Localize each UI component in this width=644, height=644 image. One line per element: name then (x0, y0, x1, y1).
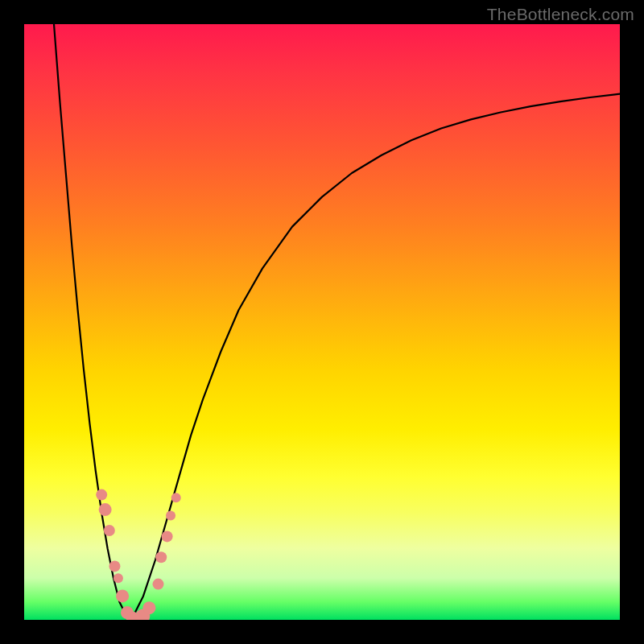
marker-dot (153, 579, 164, 590)
marker-dot (104, 525, 115, 536)
marker-dot (96, 489, 107, 501)
marker-dot (99, 503, 112, 516)
marker-dot (114, 573, 123, 583)
series-left-curve (54, 24, 131, 620)
series-right-curve (131, 94, 620, 620)
plot-area (24, 24, 620, 620)
chart-svg (24, 24, 620, 620)
marker-dot (116, 589, 129, 602)
marker-dot (142, 601, 155, 614)
marker-dot (166, 511, 175, 521)
marker-dot (162, 530, 173, 542)
marker-dot (155, 551, 167, 563)
watermark-text: TheBottleneck.com (487, 5, 634, 24)
marker-dot (109, 560, 120, 572)
chart-frame: TheBottleneck.com (0, 0, 644, 644)
marker-dot (171, 493, 181, 502)
